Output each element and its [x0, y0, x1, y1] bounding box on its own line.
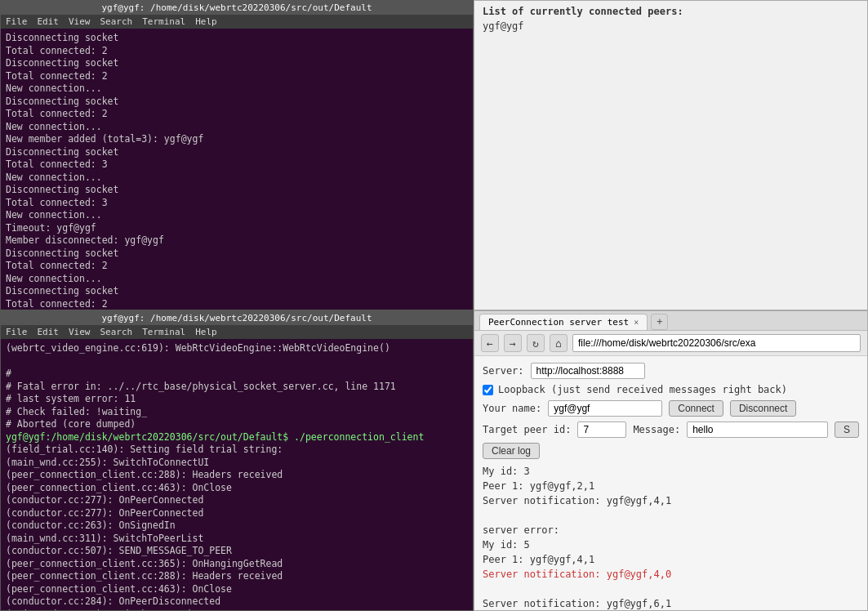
- terminal-line: # Aborted (core dumped): [6, 418, 468, 431]
- log-line: Server notification: ygf@ygf,6,1: [483, 596, 859, 610]
- address-bar[interactable]: [572, 334, 861, 352]
- menu2-view[interactable]: View: [69, 327, 91, 337]
- menu2-search[interactable]: Search: [100, 327, 133, 337]
- terminal-line: New connection...: [6, 172, 468, 185]
- terminal-line: (peer_connection_client.cc:288): Headers…: [6, 570, 468, 583]
- terminal-line: Disconnecting socket: [6, 96, 468, 109]
- terminal-line: #: [6, 368, 468, 381]
- terminal-line: Total connected: 2: [6, 70, 468, 83]
- targetpeer-input[interactable]: [577, 421, 626, 438]
- terminal-line: Total connected: 3: [6, 197, 468, 210]
- nav-bar: ← → ↻ ⌂: [474, 331, 867, 356]
- log-line: Server notification: ygf@ygf,4,1: [483, 493, 859, 508]
- server-label: Server:: [483, 365, 524, 377]
- terminal-line: (main_wnd.cc:255): SwitchToConnectUI: [6, 457, 468, 470]
- log-line: Peer 1: ygf@ygf,2,1: [483, 479, 859, 493]
- log-line: server error:: [483, 523, 859, 537]
- tab-close-button[interactable]: ×: [634, 318, 639, 327]
- browser-peerconnection-panel: PeerConnection server test × + ← → ↻ ⌂ S…: [474, 310, 868, 611]
- terminal-line: Total connected: 2: [6, 108, 468, 121]
- terminal-line: New connection...: [6, 209, 468, 222]
- terminal-line: Total connected: 3: [6, 158, 468, 172]
- terminal-line: [6, 355, 468, 368]
- menu-search[interactable]: Search: [100, 16, 133, 27]
- terminal-bottom: ygf@ygf: /home/disk/webrtc20220306/src/o…: [0, 310, 474, 611]
- log-area: My id: 3Peer 1: ygf@ygf,2,1Server notifi…: [483, 464, 859, 610]
- terminal-line: Total connected: 2: [6, 298, 468, 310]
- tab-label: PeerConnection server test: [488, 317, 629, 328]
- log-line: My id: 3: [483, 464, 859, 479]
- yourname-label: Your name:: [483, 403, 541, 414]
- targetpeer-label: Target peer id:: [483, 424, 571, 435]
- terminal-line: Disconnecting socket: [6, 248, 468, 261]
- terminal-line: (conductor.cc:277): OnPeerConnected: [6, 507, 468, 520]
- terminal-line: Member disconnected: ygf@ygf: [6, 234, 468, 248]
- menu-edit[interactable]: Edit: [38, 16, 60, 27]
- terminal-line: New connection...: [6, 273, 468, 286]
- connect-button[interactable]: Connect: [669, 400, 723, 417]
- menu2-help[interactable]: Help: [195, 327, 217, 337]
- terminal-bottom-menubar[interactable]: File Edit View Search Terminal Help: [1, 325, 473, 339]
- terminal-line: New member added (total=3): ygf@ygf: [6, 133, 468, 146]
- menu-view[interactable]: View: [69, 16, 91, 27]
- server-input[interactable]: [531, 363, 645, 379]
- terminal-top-titlebar: ygf@ygf: /home/disk/webrtc20220306/src/o…: [1, 1, 473, 15]
- menu2-edit[interactable]: Edit: [38, 327, 60, 337]
- send-button[interactable]: S: [835, 421, 859, 438]
- reload-button[interactable]: ↻: [527, 334, 545, 352]
- terminal-line: (peer_connection_client.cc:365): OnHangi…: [6, 558, 468, 571]
- terminal-line: Disconnecting socket: [6, 285, 468, 298]
- loopback-row: Loopback (just send received messages ri…: [483, 384, 859, 395]
- menu-terminal[interactable]: Terminal: [142, 16, 185, 27]
- terminal-line: (peer_connection_client.cc:463): OnClose: [6, 583, 468, 596]
- tab-peerconnection[interactable]: PeerConnection server test ×: [479, 314, 648, 330]
- log-line: Server notification: ygf@ygf,4,0: [483, 567, 859, 582]
- terminal-line: ygf@ygf:/home/disk/webrtc20220306/src/ou…: [6, 431, 468, 444]
- menu-file[interactable]: File: [6, 16, 28, 27]
- terminal-line: Timeout: ygf@ygf: [6, 222, 468, 235]
- home-button[interactable]: ⌂: [550, 334, 568, 352]
- terminal-line: New connection...: [6, 83, 468, 96]
- back-button[interactable]: ←: [481, 334, 499, 352]
- terminal-line: Disconnecting socket: [6, 184, 468, 197]
- terminal-line: (main_wnd.cc:311): SwitchToPeerList: [6, 609, 468, 610]
- terminal-line: Disconnecting socket: [6, 57, 468, 70]
- terminal-top: ygf@ygf: /home/disk/webrtc20220306/src/o…: [0, 0, 474, 310]
- terminal-line: Disconnecting socket: [6, 146, 468, 159]
- yourname-row: Your name: Connect Disconnect: [483, 400, 859, 417]
- terminal-line: Total connected: 2: [6, 45, 468, 58]
- terminal-line: Disconnecting socket: [6, 32, 468, 45]
- terminal-line: (conductor.cc:263): OnSignedIn: [6, 520, 468, 533]
- terminal-bottom-content: (webrtc_video_engine.cc:619): WebRtcVide…: [1, 339, 473, 610]
- terminal-bottom-titlebar: ygf@ygf: /home/disk/webrtc20220306/src/o…: [1, 311, 473, 325]
- terminal-line: New connection...: [6, 121, 468, 134]
- terminal-line: (peer_connection_client.cc:288): Headers…: [6, 469, 468, 482]
- log-line: Peer 1: ygf@ygf,4,1: [483, 552, 859, 567]
- menu-help[interactable]: Help: [195, 16, 217, 27]
- terminal-line: # Check failed: !waiting_: [6, 406, 468, 419]
- peers-list-label: List of currently connected peers:: [483, 6, 859, 17]
- browser-peers-panel: List of currently connected peers: ygf@y…: [474, 0, 868, 310]
- terminal-line: # Fatal error in: ../../rtc_base/physica…: [6, 381, 468, 394]
- browser-peers-content: List of currently connected peers: ygf@y…: [474, 1, 867, 310]
- server-row: Server:: [483, 363, 859, 379]
- forward-button[interactable]: →: [504, 334, 522, 352]
- message-input[interactable]: [687, 421, 828, 438]
- targetpeer-row: Target peer id: Message: S: [483, 421, 859, 438]
- terminal-line: Total connected: 2: [6, 260, 468, 273]
- clearlog-button[interactable]: Clear log: [483, 443, 540, 459]
- terminal-top-menubar[interactable]: File Edit View Search Terminal Help: [1, 15, 473, 29]
- log-line: My id: 5: [483, 537, 859, 552]
- message-label: Message:: [633, 424, 680, 435]
- peer-item: ygf@ygf: [483, 20, 859, 32]
- menu2-terminal[interactable]: Terminal: [142, 327, 185, 337]
- new-tab-button[interactable]: +: [651, 314, 668, 330]
- terminal-line: (field_trial.cc:140): Setting field tria…: [6, 444, 468, 457]
- menu2-file[interactable]: File: [6, 327, 28, 337]
- yourname-input[interactable]: [548, 400, 662, 417]
- terminal-line: (main_wnd.cc:311): SwitchToPeerList: [6, 533, 468, 546]
- disconnect-button[interactable]: Disconnect: [730, 400, 796, 417]
- loopback-label: Loopback (just send received messages ri…: [498, 384, 787, 395]
- loopback-checkbox[interactable]: [483, 385, 493, 395]
- log-line: [483, 508, 859, 523]
